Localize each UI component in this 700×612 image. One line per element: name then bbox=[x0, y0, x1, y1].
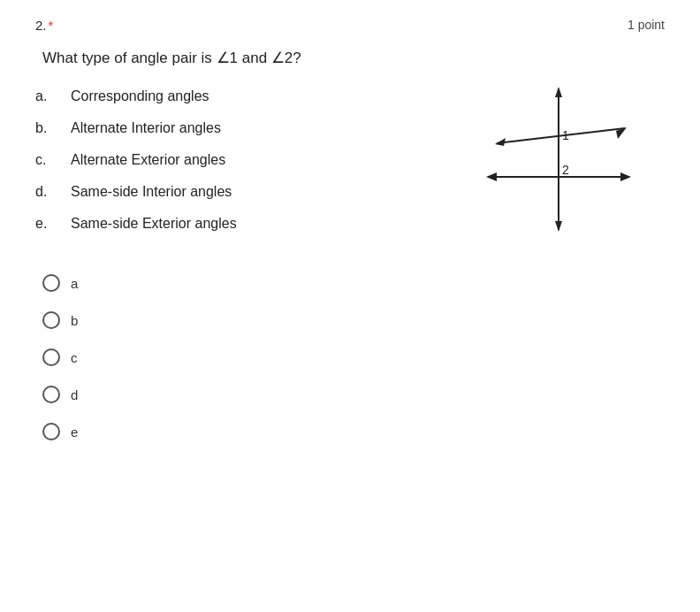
number-text: 2. bbox=[35, 18, 47, 33]
svg-line-3 bbox=[497, 128, 625, 143]
radio-e[interactable]: e bbox=[42, 423, 665, 440]
options-list: a. Corresponding angles b. Alternate Int… bbox=[35, 88, 435, 248]
radio-a[interactable]: a bbox=[42, 274, 665, 292]
radio-b-circle[interactable] bbox=[42, 311, 60, 329]
option-b-letter: b. bbox=[35, 120, 57, 136]
radio-d[interactable]: d bbox=[42, 386, 665, 403]
angle1: ∠1 bbox=[217, 50, 238, 66]
option-c: c. Alternate Exterior angles bbox=[35, 152, 435, 168]
radio-a-circle[interactable] bbox=[42, 274, 60, 292]
svg-marker-1 bbox=[555, 87, 562, 97]
question-text-before: What type of angle pair is bbox=[42, 50, 217, 66]
option-c-text: Alternate Exterior angles bbox=[71, 152, 225, 168]
required-asterisk: * bbox=[49, 18, 54, 33]
question-number: 2.* bbox=[35, 18, 53, 33]
option-b: b. Alternate Interior angles bbox=[35, 120, 435, 136]
question-text-after: ? bbox=[293, 50, 301, 66]
option-a: a. Corresponding angles bbox=[35, 88, 435, 104]
radio-b[interactable]: b bbox=[42, 311, 665, 329]
question-header: 2.* 1 point bbox=[35, 18, 665, 33]
radio-c-label: c bbox=[71, 350, 78, 365]
page-container: 2.* 1 point What type of angle pair is ∠… bbox=[0, 0, 700, 478]
angle2: ∠2 bbox=[271, 50, 293, 66]
radio-d-label: d bbox=[71, 387, 78, 402]
option-e-letter: e. bbox=[35, 216, 57, 232]
svg-text:2: 2 bbox=[562, 163, 569, 177]
svg-marker-8 bbox=[620, 172, 631, 181]
radio-d-circle[interactable] bbox=[42, 386, 60, 403]
svg-marker-2 bbox=[555, 221, 562, 232]
svg-marker-7 bbox=[486, 172, 497, 181]
radio-e-circle[interactable] bbox=[42, 423, 60, 440]
svg-text:1: 1 bbox=[562, 128, 569, 142]
option-a-letter: a. bbox=[35, 88, 57, 104]
question-text: What type of angle pair is ∠1 and ∠2? bbox=[42, 49, 665, 67]
point-label: 1 point bbox=[628, 18, 665, 32]
option-d: d. Same-side Interior angles bbox=[35, 184, 435, 200]
options-diagram-row: a. Corresponding angles b. Alternate Int… bbox=[35, 88, 665, 248]
question-text-middle: and bbox=[238, 50, 271, 66]
option-e-text: Same-side Exterior angles bbox=[71, 216, 237, 232]
radio-c-circle[interactable] bbox=[42, 348, 60, 366]
option-e: e. Same-side Exterior angles bbox=[35, 216, 435, 232]
option-d-text: Same-side Interior angles bbox=[71, 184, 232, 200]
option-c-letter: c. bbox=[35, 152, 57, 168]
option-b-text: Alternate Interior angles bbox=[71, 120, 221, 136]
radio-b-label: b bbox=[71, 313, 78, 328]
option-d-letter: d. bbox=[35, 184, 57, 200]
option-a-text: Corresponding angles bbox=[71, 88, 209, 104]
angle-diagram: 1 2 bbox=[470, 80, 665, 242]
radio-c[interactable]: c bbox=[42, 348, 665, 366]
svg-marker-4 bbox=[495, 138, 506, 146]
radio-a-label: a bbox=[71, 276, 78, 291]
radio-options: a b c d e bbox=[42, 274, 665, 440]
radio-e-label: e bbox=[71, 425, 78, 440]
